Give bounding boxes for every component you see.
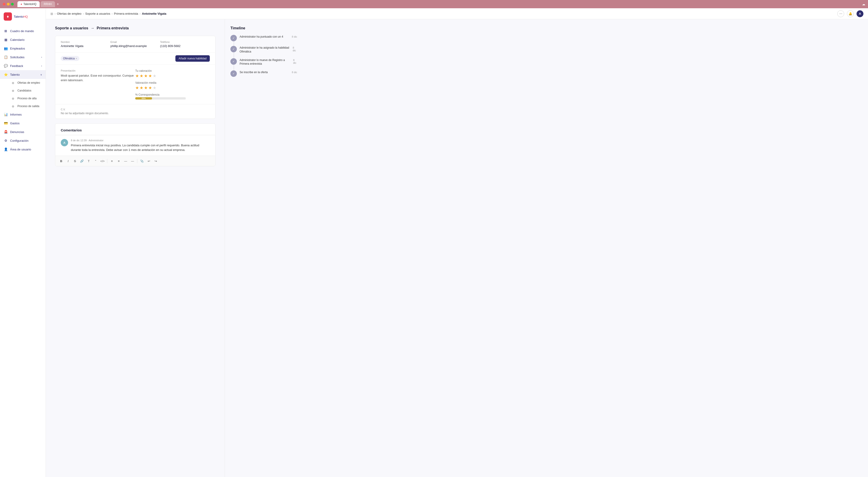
nombre-label: Nombre (61, 40, 111, 43)
logo-text: TalentoHQ (14, 15, 28, 18)
sidebar-item-proceso-salida[interactable]: ◎ Proceso de salida (7, 102, 45, 110)
tab-rrhh[interactable]: RRHH (40, 1, 55, 7)
maximize-dot[interactable] (11, 3, 14, 5)
tab-favicon: ♦ (21, 2, 22, 6)
star-5[interactable]: ★ (153, 73, 156, 79)
breadcrumb-entrevista[interactable]: Primera entrevista (114, 12, 138, 16)
sidebar-label-ofertas: Ofertas de empleo (18, 81, 40, 84)
valoracion-stars[interactable]: ★ ★ ★ ★ ★ (135, 73, 210, 79)
comment-body: 8 de dic 12:39 · Administrator Primera e… (71, 139, 210, 152)
sidebar-label-candidatos: Candidatos (18, 89, 31, 92)
media-star-1: ★ (135, 85, 139, 90)
quote-button[interactable]: " (92, 158, 99, 164)
sidebar-label-alta: Proceso de alta (18, 97, 36, 100)
link-button[interactable]: 🔗 (79, 158, 85, 164)
candidate-card: Nombre Antoinette Vigata Email phillip.k… (55, 36, 216, 119)
undo-button[interactable]: ↩ (146, 158, 152, 164)
close-dot[interactable] (3, 3, 5, 5)
media-star-3: ★ (144, 85, 148, 90)
sidebar-item-talento[interactable]: ⭐ Talento ∨ (0, 70, 45, 79)
sidebar-item-candidatos[interactable]: ◎ Candidatos (7, 87, 45, 94)
breadcrumb-soporte[interactable]: Soporte a usuarios (85, 12, 110, 16)
cv-row: C.V. No se ha adjuntado ningún documento… (55, 105, 215, 119)
media-star-2: ★ (140, 85, 143, 90)
breadcrumb-candidate: Antoinette Vigata (142, 12, 166, 16)
sidebar-item-configuracion[interactable]: ⚙ Configuración (0, 136, 45, 145)
sidebar-item-cuadro[interactable]: ⊠ Cuadro de mando (0, 27, 45, 35)
progress-fill: 33% (135, 97, 152, 99)
telefono-field: Teléfono (110) 809-5682 (160, 40, 210, 48)
timeline-text-0: Administrator ha puntuado con un 4 (240, 35, 283, 39)
timeline-item-3: ✓ Se inscribe en la oferta 8 dic (230, 70, 297, 77)
indent-button[interactable]: — (122, 158, 129, 164)
timeline-text-3: Se inscribe en la oferta (240, 70, 268, 74)
list-button[interactable]: ≡ (109, 158, 115, 164)
outdent-button[interactable]: — (129, 158, 136, 164)
menu-button[interactable]: ⋯ (837, 10, 844, 17)
remove-skill-button[interactable]: × (76, 57, 77, 60)
comments-header: Comentarios (55, 124, 215, 135)
header: ⊞ › Ofertas de empleo › Soporte a usuari… (46, 8, 868, 19)
bold-button[interactable]: B (58, 158, 64, 164)
sidebar-label-feedback: Feedback (10, 64, 23, 68)
sidebar-item-proceso-alta[interactable]: ◎ Proceso de alta (7, 94, 45, 102)
sidebar-item-feedback[interactable]: 💬 Feedback › (0, 61, 45, 70)
telefono-label: Teléfono (160, 40, 210, 43)
sidebar-label-talento: Talento (10, 73, 20, 77)
sidebar-item-area-usuario[interactable]: 👤 Área de usuario (0, 145, 45, 154)
sidebar-item-calendario[interactable]: ▦ Calendario (0, 35, 45, 44)
timeline-list: ✓ Administrator ha puntuado con un 4 8 d… (230, 35, 297, 77)
redo-button[interactable]: ↪ (152, 158, 159, 164)
sidebar-item-solicitudes[interactable]: 📋 Solicitudes › (0, 53, 45, 61)
star-4[interactable]: ★ (148, 73, 152, 79)
candidatos-icon: ◎ (11, 89, 15, 93)
sidebar-label-gastos: Gastos (10, 122, 20, 125)
comments-card: Comentarios A 8 de dic 12:39 · Administr… (55, 123, 216, 166)
code-button[interactable]: </> (99, 158, 106, 164)
sidebar-item-informes[interactable]: 📊 Informes (0, 110, 45, 119)
presentation-left: Presentación Modi quaerat pariatur. Esse… (61, 69, 135, 99)
presentation-text: Modi quaerat pariatur. Esse est consequu… (61, 73, 135, 82)
user-avatar[interactable]: A (857, 10, 863, 17)
media-stars: ★ ★ ★ ★ ★ (135, 85, 210, 90)
ordered-list-button[interactable]: ≡ (116, 158, 122, 164)
breadcrumb-ofertas[interactable]: Ofertas de empleo (57, 12, 82, 16)
timeline-item-2: ✓ Administrator lo mueve de Registro a P… (230, 58, 297, 66)
add-tab-button[interactable]: + (57, 2, 59, 6)
sidebar-label-informes: Informes (10, 113, 22, 116)
text-button[interactable]: T (86, 158, 92, 164)
strikethrough-button[interactable]: S (72, 158, 78, 164)
sidebar-item-ofertas[interactable]: ◎ Ofertas de empleo (7, 79, 45, 87)
denuncias-icon: 🚨 (4, 130, 8, 134)
home-icon[interactable]: ⊞ (51, 12, 53, 16)
sidebar-item-empleados[interactable]: 👥 Empleados (0, 44, 45, 53)
window-controls (3, 3, 14, 5)
dashboard-icon: ⊠ (4, 29, 8, 33)
attach-button[interactable]: 📎 (139, 158, 145, 164)
tab-talentohq[interactable]: ♦ TalentoHQ (18, 1, 40, 7)
notifications-button[interactable]: 🔔 (847, 10, 854, 17)
chevron-down-icon: ∨ (40, 73, 42, 76)
app: ♦ TalentoHQ ⊠ Cuadro de mando ▦ Calendar… (0, 8, 868, 477)
progress-text: 33% (142, 97, 146, 99)
user-icon: 👤 (4, 147, 8, 151)
tab-rrhh-label: RRHH (44, 2, 52, 6)
star-1[interactable]: ★ (135, 73, 139, 79)
star-2[interactable]: ★ (140, 73, 143, 79)
add-skill-button[interactable]: Añadir nueva habilidad (176, 55, 210, 62)
media-valoracion: Valoración media ★ ★ ★ ★ ★ (135, 81, 210, 90)
toolbar-separator-2 (137, 159, 137, 163)
minimize-dot[interactable] (7, 3, 10, 5)
italic-button[interactable]: I (65, 158, 71, 164)
cv-label: C.V. (61, 108, 210, 111)
sidebar-item-denuncias[interactable]: 🚨 Denuncias (0, 127, 45, 136)
email-value: phillip.kling@hand.example (111, 44, 160, 48)
star-3[interactable]: ★ (144, 73, 148, 79)
timeline-content-2: Administrator lo mueve de Registro a Pri… (240, 58, 297, 66)
sidebar-item-gastos[interactable]: 💳 Gastos (0, 119, 45, 127)
chevron-right-icon: › (41, 56, 42, 58)
page-area: Soporte a usuarios → Primera entrevista … (46, 19, 225, 477)
timeline-title: Timeline (230, 26, 297, 30)
timeline-text-2: Administrator lo mueve de Registro a Pri… (240, 58, 291, 66)
presentation-label: Presentación (61, 69, 135, 72)
